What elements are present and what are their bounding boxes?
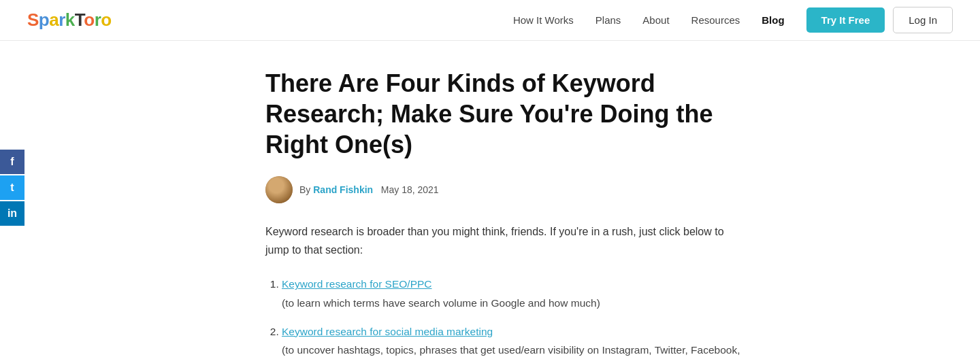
avatar <box>265 176 293 203</box>
log-in-button[interactable]: Log In <box>893 7 953 33</box>
logo[interactable]: SparkToro <box>27 10 112 31</box>
nav-links: How It Works Plans About Resources Blog <box>513 14 785 26</box>
nav-link-blog[interactable]: Blog <box>762 14 784 26</box>
try-it-free-button[interactable]: Try It Free <box>806 7 885 33</box>
social-sidebar: f t in <box>0 150 24 226</box>
nav-link-resources[interactable]: Resources <box>691 14 740 26</box>
navbar: SparkToro How It Works Plans About Resou… <box>0 0 980 41</box>
list-link-seo-ppc[interactable]: Keyword research for SEO/PPC <box>282 278 432 290</box>
nav-actions: Try It Free Log In <box>806 7 953 33</box>
list-item-desc-social: (to uncover hashtags, topics, phrases th… <box>282 341 742 357</box>
list-item: Keyword research for social media market… <box>282 323 742 358</box>
author-name[interactable]: Rand Fishkin <box>313 184 373 195</box>
facebook-share-button[interactable]: f <box>0 150 24 174</box>
article-content: There Are Four Kinds of Keyword Research… <box>225 41 755 357</box>
linkedin-share-button[interactable]: in <box>0 201 24 226</box>
list-item-desc-seo: (to learn which terms have search volume… <box>282 294 742 312</box>
list-item: Keyword research for SEO/PPC (to learn w… <box>282 275 742 311</box>
author-row: By Rand Fishkin May 18, 2021 <box>265 176 742 203</box>
avatar-image <box>265 176 293 203</box>
list-link-social-media[interactable]: Keyword research for social media market… <box>282 326 493 337</box>
nav-link-plans[interactable]: Plans <box>595 14 621 26</box>
article-list: Keyword research for SEO/PPC (to learn w… <box>265 275 742 357</box>
article-intro: Keyword research is broader than you mig… <box>265 222 742 259</box>
author-info: By Rand Fishkin May 18, 2021 <box>299 184 439 195</box>
nav-link-about[interactable]: About <box>642 14 669 26</box>
twitter-share-button[interactable]: t <box>0 175 24 200</box>
author-prefix: By <box>299 184 310 195</box>
article-date: May 18, 2021 <box>381 184 439 195</box>
nav-link-how-it-works[interactable]: How It Works <box>513 14 574 26</box>
article-title: There Are Four Kinds of Keyword Research… <box>265 68 742 160</box>
